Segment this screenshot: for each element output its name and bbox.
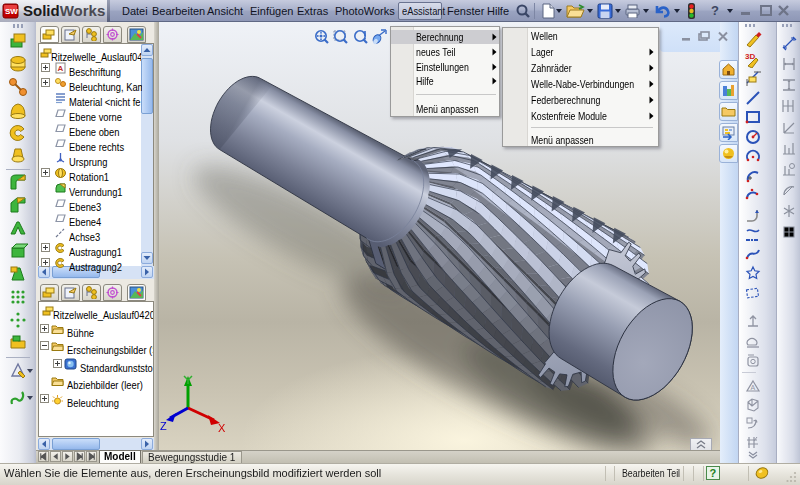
svg-text:SW: SW bbox=[5, 7, 18, 16]
svg-text:?: ? bbox=[710, 467, 717, 479]
svg-text:A: A bbox=[751, 384, 756, 391]
svg-text:X: X bbox=[218, 422, 226, 432]
svg-text:A: A bbox=[57, 64, 63, 73]
svg-text:Z: Z bbox=[160, 420, 167, 432]
